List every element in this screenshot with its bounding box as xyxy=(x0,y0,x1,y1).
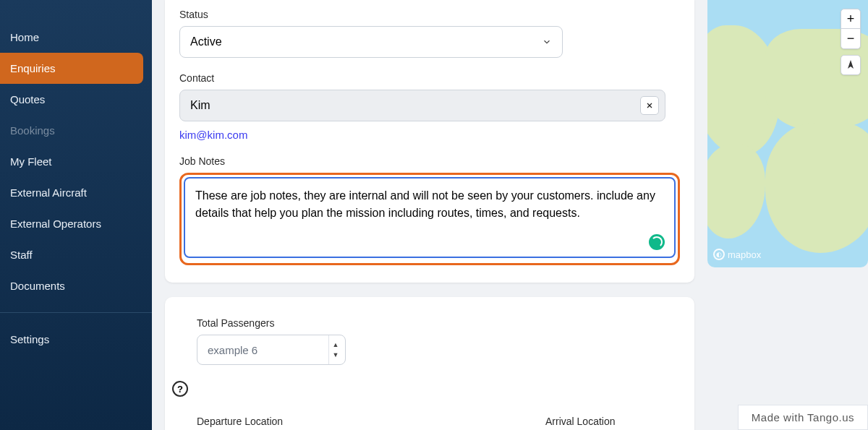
zoom-in-button[interactable]: + xyxy=(841,9,861,29)
svg-marker-2 xyxy=(848,60,854,69)
mapbox-logo-icon: ◐ xyxy=(713,249,725,260)
tango-watermark: Made with Tango.us xyxy=(738,405,868,430)
status-select[interactable]: Active xyxy=(179,26,563,58)
sidebar-item-my-fleet[interactable]: My Fleet xyxy=(0,146,143,177)
leg-details-card: Total Passengers example 6 ▲ ▼ ? Departu… xyxy=(165,297,694,430)
sidebar-item-bookings[interactable]: Bookings xyxy=(0,115,143,146)
sidebar: Home Enquiries Quotes Bookings My Fleet … xyxy=(0,0,152,430)
sidebar-item-enquiries[interactable]: Enquiries xyxy=(0,53,143,84)
contact-input[interactable]: Kim xyxy=(179,90,665,121)
zoom-out-button[interactable]: − xyxy=(841,29,861,49)
sidebar-item-home[interactable]: Home xyxy=(0,22,143,53)
contact-label: Contact xyxy=(179,72,680,84)
compass-icon xyxy=(846,60,855,70)
map-canvas[interactable]: + − ◐ mapbox xyxy=(707,0,868,267)
map-panel: + − ◐ mapbox xyxy=(707,0,868,430)
job-notes-highlight xyxy=(179,173,680,265)
close-icon xyxy=(645,101,654,110)
arrival-label: Arrival Location xyxy=(545,416,705,427)
saving-spinner-icon xyxy=(649,234,665,250)
passengers-stepper[interactable]: example 6 ▲ ▼ xyxy=(197,335,346,365)
passengers-placeholder: example 6 xyxy=(208,344,258,356)
contact-email-link[interactable]: kim@kim.com xyxy=(179,129,247,141)
sidebar-item-staff[interactable]: Staff xyxy=(0,239,143,270)
stepper-down-button[interactable]: ▼ xyxy=(329,350,342,360)
status-label: Status xyxy=(179,9,680,20)
enquiry-details-card: Status Active Contact Kim kim@kim.com Jo… xyxy=(165,0,694,283)
job-notes-textarea[interactable] xyxy=(184,177,676,258)
sidebar-item-quotes[interactable]: Quotes xyxy=(0,84,143,115)
map-controls: + − xyxy=(841,9,861,75)
sidebar-divider xyxy=(0,312,152,313)
sidebar-item-documents[interactable]: Documents xyxy=(0,270,143,301)
departure-label: Departure Location xyxy=(197,416,531,427)
help-icon[interactable]: ? xyxy=(172,381,188,397)
main-content: Status Active Contact Kim kim@kim.com Jo… xyxy=(152,0,707,430)
stepper-buttons: ▲ ▼ xyxy=(328,335,342,364)
chevron-down-icon xyxy=(542,37,552,47)
job-notes-label: Job Notes xyxy=(179,155,680,167)
compass-button[interactable] xyxy=(841,55,861,75)
sidebar-item-external-operators[interactable]: External Operators xyxy=(0,208,143,239)
sidebar-item-external-aircraft[interactable]: External Aircraft xyxy=(0,177,143,208)
passengers-label: Total Passengers xyxy=(197,317,670,329)
sidebar-item-settings[interactable]: Settings xyxy=(0,324,143,355)
clear-contact-button[interactable] xyxy=(640,96,659,115)
mapbox-attribution: ◐ mapbox xyxy=(713,249,761,260)
stepper-up-button[interactable]: ▲ xyxy=(329,340,342,350)
contact-value: Kim xyxy=(190,99,210,112)
location-row: Departure Location Arrival Location xyxy=(172,416,670,430)
status-value: Active xyxy=(190,35,222,48)
